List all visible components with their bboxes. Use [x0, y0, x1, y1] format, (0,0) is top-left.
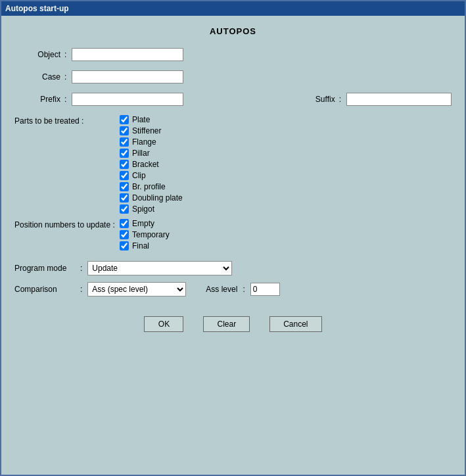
program-mode-row: Program mode : Update Assign Delete — [14, 261, 452, 275]
clip-label: Clip — [132, 171, 146, 180]
position-section: Position numbers to update : Empty Tempo… — [14, 219, 452, 250]
prefix-label: Prefix — [14, 95, 60, 104]
final-checkbox[interactable] — [120, 241, 129, 250]
suffix-label: Suffix — [315, 95, 335, 104]
pillar-label: Pillar — [132, 149, 150, 158]
bracket-label: Bracket — [132, 160, 159, 169]
program-mode-label: Program mode — [14, 264, 80, 273]
comparison-sep: : — [80, 285, 82, 294]
part-pillar: Pillar — [120, 149, 183, 158]
prefix-sep: : — [64, 95, 66, 104]
plate-label: Plate — [132, 115, 150, 124]
program-mode-sep: : — [80, 264, 82, 273]
comparison-row: Comparison : Ass (spec level) Level 1 Le… — [14, 282, 452, 297]
spigot-checkbox[interactable] — [120, 204, 129, 214]
ass-level-input[interactable] — [250, 283, 280, 296]
flange-label: Flange — [132, 137, 156, 147]
case-sep: : — [64, 72, 66, 82]
bracket-checkbox[interactable] — [120, 160, 129, 169]
object-row: Object : — [14, 48, 452, 61]
ass-level-group: Ass level : — [206, 283, 279, 296]
ass-level-sep: : — [243, 285, 245, 294]
temporary-label: Temporary — [132, 230, 170, 239]
parts-section: Parts to be treated : Plate Stiffener Fl… — [14, 115, 452, 214]
suffix-input[interactable] — [346, 93, 452, 106]
empty-checkbox[interactable] — [120, 219, 129, 228]
parts-label: Parts to be treated : — [14, 115, 120, 214]
pos-empty: Empty — [120, 219, 170, 228]
br-profile-checkbox[interactable] — [120, 182, 129, 191]
part-clip: Clip — [120, 171, 183, 180]
object-input[interactable] — [72, 48, 183, 61]
case-input[interactable] — [72, 70, 183, 83]
part-br-profile: Br. profile — [120, 182, 183, 191]
main-window: Autopos start-up AUTOPOS Object : Case :… — [0, 0, 466, 476]
suffix-sep: : — [339, 95, 341, 104]
title-bar: Autopos start-up — [1, 1, 465, 16]
ass-level-label: Ass level — [206, 285, 237, 294]
part-spigot: Spigot — [120, 204, 183, 214]
stiffener-label: Stiffener — [132, 126, 161, 135]
position-label: Position numbers to update : — [14, 219, 120, 250]
part-flange: Flange — [120, 137, 183, 147]
button-row: OK Clear Cancel — [14, 316, 452, 339]
flange-checkbox[interactable] — [120, 137, 129, 147]
parts-list: Plate Stiffener Flange Pillar Bracket — [120, 115, 183, 214]
content-area: AUTOPOS Object : Case : Prefix : Suffix … — [1, 16, 465, 475]
part-stiffener: Stiffener — [120, 126, 183, 135]
part-plate: Plate — [120, 115, 183, 124]
object-sep: : — [64, 50, 66, 59]
pos-final: Final — [120, 241, 170, 250]
clip-checkbox[interactable] — [120, 171, 129, 180]
doubling-plate-checkbox[interactable] — [120, 193, 129, 202]
position-list: Empty Temporary Final — [120, 219, 170, 250]
program-mode-select[interactable]: Update Assign Delete — [87, 261, 232, 275]
pos-temporary: Temporary — [120, 230, 170, 239]
case-label: Case — [14, 72, 60, 82]
prefix-input[interactable] — [72, 93, 183, 106]
object-label: Object — [14, 50, 60, 59]
doubling-plate-label: Doubling plate — [132, 193, 183, 202]
comparison-label: Comparison — [14, 285, 80, 294]
prefix-suffix-row: Prefix : Suffix : — [14, 93, 452, 106]
case-row: Case : — [14, 70, 452, 83]
plate-checkbox[interactable] — [120, 115, 129, 124]
part-doubling-plate: Doubling plate — [120, 193, 183, 202]
spigot-label: Spigot — [132, 204, 154, 214]
app-title: AUTOPOS — [14, 26, 452, 36]
pillar-checkbox[interactable] — [120, 149, 129, 158]
stiffener-checkbox[interactable] — [120, 126, 129, 135]
temporary-checkbox[interactable] — [120, 230, 129, 239]
ok-button[interactable]: OK — [144, 316, 183, 332]
part-bracket: Bracket — [120, 160, 183, 169]
empty-label: Empty — [132, 219, 154, 228]
window-title: Autopos start-up — [5, 4, 69, 13]
comparison-select[interactable]: Ass (spec level) Level 1 Level 2 — [87, 282, 186, 297]
clear-button[interactable]: Clear — [203, 316, 250, 332]
cancel-button[interactable]: Cancel — [269, 316, 321, 332]
final-label: Final — [132, 241, 149, 250]
br-profile-label: Br. profile — [132, 182, 166, 191]
